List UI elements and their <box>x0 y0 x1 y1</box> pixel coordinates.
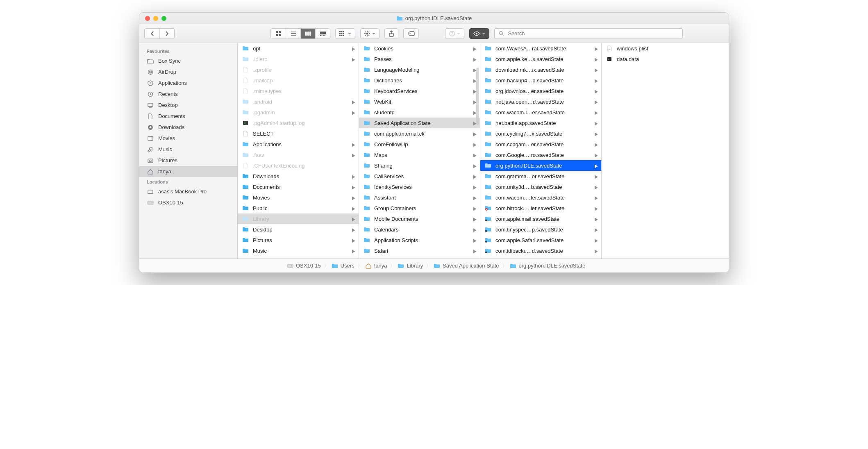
file-row[interactable]: com.cycling7…x.savedState▶ <box>480 128 601 139</box>
back-button[interactable] <box>145 29 159 39</box>
file-row[interactable]: Desktop▶ <box>238 224 359 235</box>
minimize-button[interactable] <box>153 16 158 21</box>
file-row[interactable]: .fsav▶ <box>238 150 359 160</box>
file-row[interactable]: Saved Application State▶ <box>359 118 480 128</box>
file-row[interactable]: Passes▶ <box>359 54 480 64</box>
sidebar-item[interactable]: Recents <box>139 88 237 100</box>
file-row[interactable]: .zprofile <box>238 64 359 75</box>
sidebar-item[interactable]: Desktop <box>139 100 237 111</box>
sidebar-item[interactable]: AApplications <box>139 77 237 88</box>
file-row[interactable]: WebKit▶ <box>359 96 480 107</box>
search-field[interactable] <box>494 28 683 39</box>
share-button[interactable] <box>384 28 398 39</box>
file-row[interactable]: Applications▶ <box>238 139 359 150</box>
file-row[interactable]: Music▶ <box>238 245 359 256</box>
file-row[interactable]: KeyboardServices▶ <box>359 86 480 96</box>
path-crumb[interactable]: org.python.IDLE.savedState <box>510 263 586 269</box>
file-row[interactable]: .idlerc▶ <box>238 54 359 64</box>
file-row[interactable]: Documents▶ <box>238 181 359 192</box>
file-row[interactable]: com.unity3d.…b.savedState▶ <box>480 181 601 192</box>
file-row[interactable]: com.WavesA…ral.savedState▶ <box>480 43 601 54</box>
file-row[interactable]: .mime.types <box>238 86 359 96</box>
file-row[interactable]: Assistant▶ <box>359 192 480 203</box>
view-columns-button[interactable] <box>300 29 315 39</box>
file-row[interactable]: Downloads▶ <box>238 171 359 181</box>
file-row[interactable]: com.apple.mail.savedState▶ <box>480 213 601 224</box>
view-icons-button[interactable] <box>271 29 286 39</box>
file-row[interactable]: com.wacom.I…er.savedState▶ <box>480 107 601 118</box>
file-row[interactable]: com.wacom.…ter.savedState▶ <box>480 192 601 203</box>
file-row[interactable]: Calendars▶ <box>359 224 480 235</box>
path-crumb[interactable]: Saved Application State <box>434 263 499 269</box>
file-row[interactable]: $_.pgAdmin4.startup.log <box>238 118 359 128</box>
file-row[interactable]: studentd▶ <box>359 107 480 118</box>
search-input[interactable] <box>507 30 678 37</box>
sidebar-item[interactable]: asas's MacBook Pro <box>139 186 237 197</box>
forward-button[interactable] <box>159 29 174 39</box>
file-row[interactable]: IdentityServices▶ <box>359 181 480 192</box>
sidebar-item[interactable]: Movies <box>139 133 237 144</box>
sidebar-item[interactable]: AirDrop <box>139 66 237 77</box>
file-row[interactable]: CoreFollowUp▶ <box>359 139 480 150</box>
file-row[interactable]: com.gramma…or.savedState▶ <box>480 171 601 181</box>
privacy-menu[interactable] <box>469 28 489 39</box>
file-row[interactable]: org.jdownloa…er.savedState▶ <box>480 86 601 96</box>
help-menu[interactable]: ? <box>445 28 464 39</box>
path-crumb[interactable]: OSX10-15 <box>287 263 321 269</box>
sidebar-item[interactable]: Pictures <box>139 155 237 166</box>
file-row[interactable]: com.apple.ke…s.savedState▶ <box>480 54 601 64</box>
folder-icon <box>242 195 249 200</box>
sidebar-item[interactable]: Box Sync <box>139 55 237 66</box>
action-menu[interactable] <box>360 28 379 39</box>
file-row[interactable]: Public▶ <box>238 203 359 213</box>
file-row[interactable]: Movies▶ <box>238 192 359 203</box>
file-row[interactable]: Pictures▶ <box>238 235 359 245</box>
sidebar-item[interactable]: tanya <box>139 166 237 177</box>
file-row[interactable]: download.mk…ix.savedState▶ <box>480 64 601 75</box>
file-row[interactable]: com.apple.Safari.savedState▶ <box>480 235 601 245</box>
file-row[interactable]: SELECT <box>238 128 359 139</box>
file-row[interactable]: .pgadmin▶ <box>238 107 359 118</box>
arrange-menu[interactable] <box>335 28 355 39</box>
file-row[interactable]: .android▶ <box>238 96 359 107</box>
file-row[interactable]: com.Google.…ro.savedState▶ <box>480 150 601 160</box>
file-row[interactable]: com.bitrock.…ller.savedState▶ <box>480 203 601 213</box>
file-row[interactable]: 01data.data <box>602 54 723 64</box>
file-row[interactable]: com.ccpgam…er.savedState▶ <box>480 139 601 150</box>
file-row[interactable]: Mobile Documents▶ <box>359 213 480 224</box>
file-row[interactable]: net.java.open…d.savedState▶ <box>480 96 601 107</box>
file-row[interactable]: .mailcap <box>238 75 359 86</box>
sidebar-item[interactable]: Downloads <box>139 122 237 133</box>
close-button[interactable] <box>145 16 150 21</box>
file-row[interactable]: com.apple.internal.ck▶ <box>359 128 480 139</box>
file-row[interactable]: .CFUserTextEncoding <box>238 160 359 171</box>
file-row[interactable]: com.idibacku…d.savedState▶ <box>480 245 601 256</box>
path-crumb[interactable]: Users <box>332 263 354 269</box>
file-row[interactable]: Safari▶ <box>359 245 480 256</box>
file-row[interactable]: com.backup4…p.savedState▶ <box>480 75 601 86</box>
file-row[interactable]: Group Containers▶ <box>359 203 480 213</box>
file-row[interactable]: Maps▶ <box>359 150 480 160</box>
file-row[interactable]: opt▶ <box>238 43 359 54</box>
sidebar-item[interactable]: Music <box>139 144 237 155</box>
scrollbar[interactable] <box>476 68 479 125</box>
file-row[interactable]: Library▶ <box>238 213 359 224</box>
file-row[interactable]: com.tinyspec…p.savedState▶ <box>480 224 601 235</box>
view-gallery-button[interactable] <box>315 29 330 39</box>
file-row[interactable]: org.python.IDLE.savedState▶ <box>480 160 601 171</box>
file-row[interactable]: Sharing▶ <box>359 160 480 171</box>
file-row[interactable]: Cookies▶ <box>359 43 480 54</box>
tags-button[interactable] <box>403 28 419 39</box>
path-crumb[interactable]: tanya <box>365 263 387 269</box>
file-row[interactable]: CallServices▶ <box>359 171 480 181</box>
file-row[interactable]: LanguageModeling▶ <box>359 64 480 75</box>
zoom-button[interactable] <box>161 16 166 21</box>
file-row[interactable]: plwindows.plist <box>602 43 723 54</box>
path-crumb[interactable]: Library <box>398 263 423 269</box>
sidebar-item[interactable]: Documents <box>139 111 237 122</box>
file-row[interactable]: Dictionaries▶ <box>359 75 480 86</box>
sidebar-item[interactable]: OSX10-15 <box>139 197 237 208</box>
file-row[interactable]: net.battle.app.savedState▶ <box>480 118 601 128</box>
file-row[interactable]: Application Scripts▶ <box>359 235 480 245</box>
view-list-button[interactable] <box>286 29 300 39</box>
